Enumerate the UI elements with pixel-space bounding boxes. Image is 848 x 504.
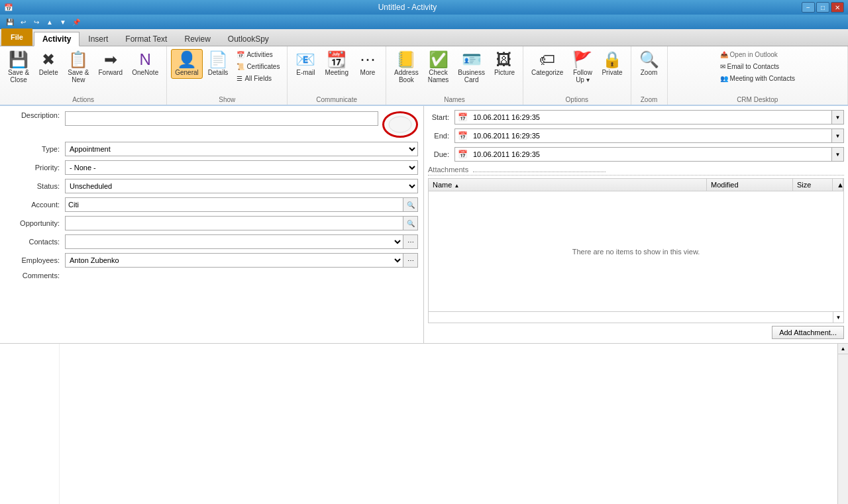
details-button[interactable]: 📄 Details (204, 49, 233, 79)
type-select[interactable]: Appointment Phone Call Task Letter Fax (65, 142, 418, 156)
name-sort-icon: ▲ (454, 183, 459, 189)
employees-lookup-btn[interactable]: ⋯ (403, 253, 418, 268)
att-col-modified[interactable]: Modified (707, 179, 793, 191)
tab-activity[interactable]: Activity (34, 32, 80, 46)
opportunity-input[interactable] (65, 216, 403, 230)
start-date-input[interactable]: 📅 10.06.2011 16:29:35 (454, 110, 832, 125)
categorize-button[interactable]: 🏷 Categorize (527, 49, 567, 79)
opportunity-input-wrap: 🔍 (65, 216, 418, 230)
address-book-button[interactable]: 📒 AddressBook (390, 49, 423, 86)
employees-input-wrap: Anton Zubenko ⋯ (65, 253, 418, 268)
attachments-thead: Name ▲ Modified Size ▲ (429, 179, 843, 191)
comments-textarea[interactable] (60, 344, 837, 504)
ribbon-group-actions: 💾 Save & Close ✖ Delete 📋 Save &New ➡ Fo… (0, 46, 167, 105)
ribbon: 💾 Save & Close ✖ Delete 📋 Save &New ➡ Fo… (0, 46, 848, 106)
ribbon-group-names-items: 📒 AddressBook ✅ CheckNames 🪪 BusinessCar… (390, 49, 519, 95)
qa-undo[interactable]: ↩ (17, 16, 29, 28)
tab-file[interactable]: File (1, 28, 32, 46)
start-date-value: 10.06.2011 16:29:35 (473, 113, 540, 121)
due-date-input[interactable]: 📅 10.06.2011 16:29:35 (454, 147, 832, 162)
meeting-with-contacts-button[interactable]: 👥 Meeting with Contacts (717, 73, 798, 84)
private-button[interactable]: 🔒 Private (598, 49, 626, 79)
open-in-outlook-button[interactable]: 📤 Open in Outlook (717, 49, 798, 60)
start-date-arrow[interactable]: ▼ (832, 110, 844, 125)
email-button[interactable]: 📧 E-mail (292, 49, 319, 79)
qa-redo[interactable]: ↪ (30, 16, 42, 28)
contacts-select[interactable] (65, 234, 403, 249)
att-scroll-up[interactable]: ▲ (833, 179, 843, 191)
certificates-button[interactable]: 📜 Certificates (233, 61, 283, 72)
onenote-button[interactable]: N OneNote (128, 49, 162, 79)
crm-group-label: CRM Desktop (737, 96, 778, 103)
activities-button[interactable]: 📅 Activities (233, 49, 283, 60)
end-cal-icon: 📅 (458, 131, 468, 140)
comments-scroll-up[interactable]: ▲ (838, 344, 849, 354)
meeting-contacts-icon: 👥 (720, 75, 728, 82)
ribbon-group-show: 👤 General 📄 Details 📅 Activities 📜 Certi… (167, 46, 288, 105)
tab-insert[interactable]: Insert (80, 31, 117, 46)
start-cal-icon: 📅 (458, 113, 468, 122)
att-col-name[interactable]: Name ▲ (429, 179, 707, 191)
oval-image (382, 111, 418, 138)
due-date-value: 10.06.2011 16:29:35 (473, 150, 540, 158)
tab-outlookspy[interactable]: OutlookSpy (219, 31, 278, 46)
due-date-arrow[interactable]: ▼ (832, 147, 844, 162)
qa-down[interactable]: ▼ (57, 16, 69, 28)
general-button[interactable]: 👤 General (171, 49, 203, 79)
status-select[interactable]: Unscheduled Scheduled In Progress Comple… (65, 179, 418, 193)
end-row: End: 📅 10.06.2011 16:29:35 ▼ (428, 128, 844, 143)
add-attachment-bar: Add Attachment... (428, 323, 844, 339)
oval-svg (388, 115, 413, 134)
contacts-lookup-btn[interactable]: ⋯ (403, 234, 418, 249)
email-to-contacts-button[interactable]: ✉ Email to Contacts (717, 61, 798, 72)
priority-label: Priority: (5, 164, 65, 172)
ribbon-group-options-items: 🏷 Categorize 🚩 FollowUp ▾ 🔒 Private (527, 49, 626, 95)
check-names-button[interactable]: ✅ CheckNames (424, 49, 453, 86)
tab-review[interactable]: Review (176, 31, 219, 46)
add-attachment-button[interactable]: Add Attachment... (772, 326, 844, 339)
svg-point-0 (389, 117, 411, 132)
delete-button[interactable]: ✖ Delete (34, 49, 62, 79)
zoom-button[interactable]: 🔍 Zoom (635, 49, 663, 79)
employees-select[interactable]: Anton Zubenko (65, 253, 403, 268)
account-input[interactable] (65, 197, 403, 212)
minimize-button[interactable]: − (802, 2, 815, 13)
ribbon-group-crm-items: 📤 Open in Outlook ✉ Email to Contacts 👥 … (717, 49, 798, 95)
tab-format-text[interactable]: Format Text (117, 31, 176, 46)
qa-pin[interactable]: 📌 (70, 16, 82, 28)
window-title: Untitled - Activity (13, 3, 802, 12)
all-fields-button[interactable]: ☰ All Fields (233, 73, 283, 84)
opportunity-lookup-btn[interactable]: 🔍 (403, 216, 418, 230)
show-col: 📅 Activities 📜 Certificates ☰ All Fields (233, 49, 283, 84)
close-button[interactable]: ✕ (831, 2, 844, 13)
certificates-icon: 📜 (237, 63, 244, 70)
meeting-button[interactable]: 📆 Meeting (321, 49, 352, 79)
picture-button[interactable]: 🖼 Picture (490, 49, 519, 79)
quick-access-toolbar: 💾 ↩ ↪ ▲ ▼ 📌 (0, 15, 848, 29)
forward-button[interactable]: ➡ Forward (95, 49, 127, 79)
att-scroll-down[interactable]: ▼ (833, 312, 843, 323)
restore-button[interactable]: □ (816, 2, 829, 13)
window-controls: − □ ✕ (802, 2, 844, 13)
business-card-icon: 🪪 (462, 52, 482, 68)
qa-up[interactable]: ▲ (44, 16, 56, 28)
zoom-icon: 🔍 (639, 52, 659, 68)
priority-select[interactable]: - None - Low Normal High (65, 160, 418, 175)
due-cal-icon: 📅 (458, 150, 468, 159)
actions-group-label: Actions (72, 96, 94, 103)
business-card-button[interactable]: 🪪 BusinessCard (454, 49, 489, 86)
save-new-button[interactable]: 📋 Save &New (64, 49, 93, 86)
save-close-button[interactable]: 💾 Save & Close (4, 49, 33, 86)
more-button[interactable]: ⋯ More (354, 49, 382, 79)
account-lookup-btn[interactable]: 🔍 (403, 197, 418, 212)
comments-scrollbar: ▲ ▼ (837, 344, 848, 504)
type-label: Type: (5, 145, 65, 153)
more-icon: ⋯ (360, 52, 376, 68)
end-date-input[interactable]: 📅 10.06.2011 16:29:35 (454, 128, 832, 143)
att-col-size[interactable]: Size (793, 179, 833, 191)
end-date-value: 10.06.2011 16:29:35 (473, 132, 540, 140)
end-date-arrow[interactable]: ▼ (832, 128, 844, 143)
qa-save[interactable]: 💾 (4, 16, 16, 28)
description-input[interactable] (65, 111, 378, 126)
follow-up-button[interactable]: 🚩 FollowUp ▾ (568, 49, 596, 86)
